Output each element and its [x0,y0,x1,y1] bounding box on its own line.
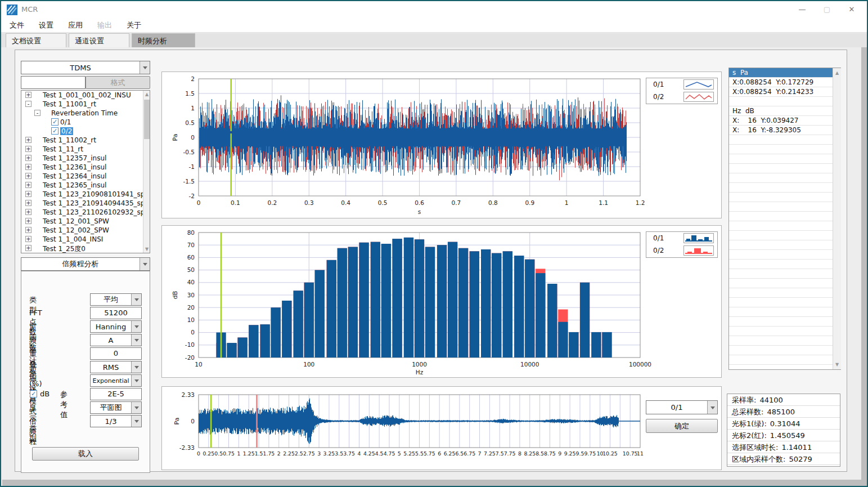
readout-row[interactable] [729,164,833,173]
readout-row[interactable] [729,231,833,240]
legend-line-icon[interactable] [683,92,714,102]
tree-item-label[interactable]: Test 1_12_002_SPW [43,226,109,234]
readout-row[interactable] [729,346,833,355]
setting-select-2[interactable]: Hanning [90,320,142,333]
chevron-down-icon[interactable] [131,321,141,332]
close-button[interactable]: ✕ [840,1,863,18]
readout-row[interactable] [729,183,833,193]
setting-select-5[interactable]: RMS [90,361,142,373]
chevron-down-icon[interactable] [140,258,150,270]
tree-expand-icon[interactable]: + [25,200,32,206]
tree-collapse-icon[interactable]: - [25,101,32,107]
readout-row[interactable] [729,173,833,183]
readout-row[interactable] [729,336,833,346]
tree-expand-icon[interactable]: + [25,218,32,224]
tree-item-label[interactable]: Test 1_123_210914094435_spw [43,199,150,207]
scroll-down-icon[interactable]: ▼ [833,361,841,368]
readout-row[interactable] [729,269,833,279]
tree-item-label[interactable]: Test 1_11002_rt [43,136,96,144]
menu-item-0[interactable]: 文件 [10,20,24,30]
scroll-down-icon[interactable]: ▼ [143,245,150,253]
setting-select-9[interactable]: 1/3 [90,415,142,427]
scroll-up-icon[interactable]: ▲ [833,69,841,77]
chevron-down-icon[interactable] [707,401,717,414]
setting-input-4[interactable]: 0 [90,347,142,360]
readout-row[interactable] [729,240,833,250]
setting-select-0[interactable]: 平均 [90,293,142,306]
readout-row[interactable]: X: 16 Y:-8.329305 [729,126,833,135]
file-format-select[interactable]: TDMS [21,61,150,74]
readout-row[interactable] [729,298,833,307]
setting-select-3[interactable]: A [90,334,142,346]
readout-row[interactable] [729,307,833,317]
chevron-down-icon[interactable] [131,415,141,427]
readout-row[interactable]: X:0.088254 Y:0.214233 [729,87,833,97]
legend-bars-icon[interactable] [683,245,714,256]
legend-line-icon[interactable] [683,79,714,90]
minimize-button[interactable]: — [790,1,814,18]
chevron-down-icon[interactable] [131,361,141,373]
readout-row[interactable] [729,260,833,269]
tab-0[interactable]: 文档设置 [6,33,66,47]
readout-row[interactable] [729,327,833,336]
chevron-down-icon[interactable] [131,375,141,386]
readout-row[interactable] [729,212,833,221]
readout-header-row[interactable]: s Pa [729,68,833,78]
tree-item-label[interactable]: Test 1_12_001_SPW [43,217,109,225]
tree-item-label[interactable]: Test 1_001_001_002_INSU [43,91,131,99]
vertical-scrollbar[interactable] [861,47,867,486]
tree-item-label[interactable]: Test 1_12364_insul [43,172,106,180]
readout-row[interactable] [729,154,833,164]
setting-input-7[interactable]: 2E-5 [90,388,142,400]
db-checkbox[interactable]: ✓ [30,390,37,397]
load-button[interactable]: 载入 [32,447,139,461]
tree-item-label[interactable]: Test 1_12365_insul [43,181,106,189]
chevron-down-icon[interactable] [140,61,150,74]
readout-row[interactable] [729,250,833,260]
tree-collapse-icon[interactable]: - [34,110,41,116]
setting-select-6[interactable]: Exponential [90,374,142,387]
tree-expand-icon[interactable]: + [25,173,32,179]
spectrum-chart[interactable]: -20-100102030405060708010100100010000100… [162,226,722,378]
setting-input-1[interactable]: 51200 [90,307,142,319]
menu-item-2[interactable]: 应用 [68,20,83,30]
maximize-button[interactable]: ▢ [815,1,839,18]
time-waveform-chart[interactable]: -2-1.5-1-0.500.511.5200.10.20.30.40.50.6… [162,72,722,219]
tree-item-label[interactable]: Test 1_123_210908101941_spw [43,190,150,198]
menu-item-4[interactable]: 关于 [127,20,141,30]
tree-item-label[interactable]: Test 1_123_211026102932_spw [43,208,150,216]
readout-row[interactable] [729,193,833,202]
tree-item-label[interactable]: Test 1_11001_rt [43,100,96,108]
legend-bars-icon[interactable] [683,233,714,243]
readout-row[interactable] [729,317,833,327]
tree-item-label[interactable]: 0/1 [60,118,71,126]
setting-select-8[interactable]: 平面图 [90,401,142,414]
tree-expand-icon[interactable]: + [25,227,32,233]
chevron-down-icon[interactable] [131,294,141,305]
checkbox-checked-icon[interactable]: ✓ [51,127,59,135]
record-channel-select[interactable]: 0/1 [646,400,718,414]
readout-row[interactable] [729,97,833,106]
readout-row[interactable] [729,355,833,365]
tab-2[interactable]: 时频分析 [132,33,195,47]
tree-expand-icon[interactable]: + [25,146,32,152]
readout-row[interactable] [729,135,833,145]
tree-item-label[interactable]: Test 1_11_rt [43,145,83,153]
scroll-up-icon[interactable]: ▲ [143,91,150,98]
readout-row[interactable] [729,145,833,154]
readout-row[interactable] [729,279,833,288]
tree-item-label[interactable]: 0/2 [60,127,73,135]
readout-row[interactable] [729,202,833,212]
confirm-button[interactable]: 确定 [646,419,718,433]
chevron-down-icon[interactable] [131,334,141,346]
tree-item-label[interactable]: Test 1_1_004_INSI [43,235,103,243]
tree-expand-icon[interactable]: + [25,236,32,242]
tree-scrollbar[interactable]: ▲▼ [143,91,150,253]
readout-scrollbar[interactable]: ▲▼ [833,68,841,369]
tree-item-label[interactable]: Test 1_12361_insul [43,163,106,171]
tree-expand-icon[interactable]: + [25,137,32,143]
readout-row[interactable]: Hz dB [729,106,833,116]
tree-expand-icon[interactable]: + [25,191,32,197]
menu-item-1[interactable]: 设置 [39,20,53,30]
horizontal-scrollbar[interactable] [2,480,861,486]
